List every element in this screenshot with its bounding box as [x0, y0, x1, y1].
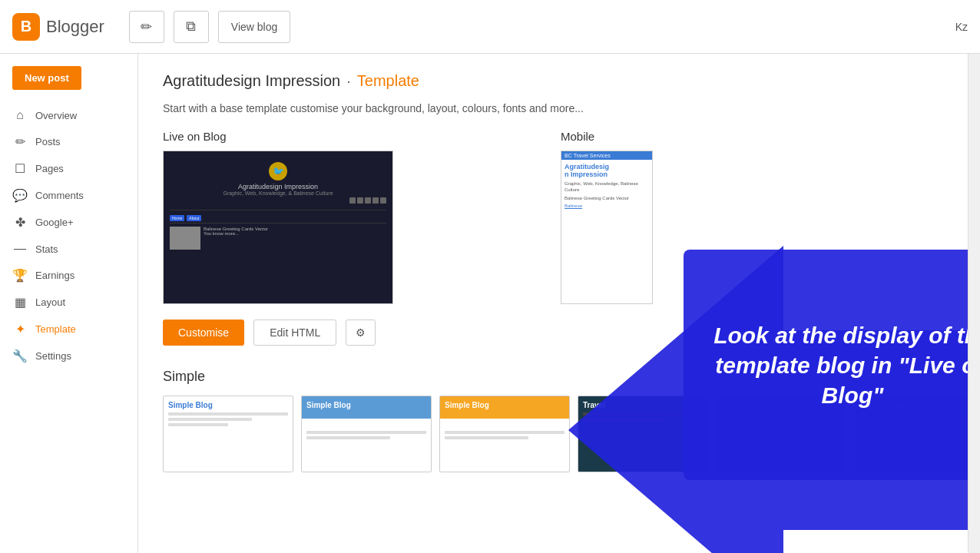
description-text: Start with a base template customise you…	[163, 102, 943, 114]
scrollbar-right	[968, 54, 980, 553]
new-post-button[interactable]: New post	[12, 66, 81, 90]
social-icon-4	[372, 197, 379, 204]
sidebar-item-posts[interactable]: ✏ Posts	[0, 128, 137, 155]
template-thumb-4[interactable]: Travel	[578, 396, 708, 472]
blog-preview-subtitle: Graphic, Web, Knowledge, & Balinese Cult…	[170, 190, 386, 196]
sidebar-label-overview: Overview	[35, 110, 77, 121]
mobile-blog-subtitle: Graphic, Web, Knowledge, Balinese Cultur…	[564, 181, 649, 194]
mobile-title: Mobile	[561, 130, 943, 143]
customise-button[interactable]: Customise	[163, 320, 244, 346]
sidebar-label-google-plus: Google+	[35, 217, 74, 228]
sidebar-label-posts: Posts	[35, 136, 61, 147]
template-thumbs-row: Simple Blog Simple Blog Simple Blog	[163, 396, 943, 472]
social-icon-1	[349, 197, 356, 204]
thumb-inner-1: Simple Blog	[164, 396, 293, 472]
sidebar-label-layout: Layout	[35, 296, 65, 308]
post-text: Balinese Greeting Cards VectorYou know m…	[204, 227, 268, 250]
breadcrumb: Agratitudesign Impression · Template	[163, 72, 943, 90]
sidebar-item-settings[interactable]: 🔧 Settings	[0, 343, 137, 369]
sidebar-item-overview[interactable]: ⌂ Overview	[0, 102, 137, 128]
template-thumb-6[interactable]: Simple Blog	[854, 396, 968, 472]
thumb-inner-4: Travel	[578, 396, 707, 472]
main-layout: New post ⌂ Overview ✏ Posts ☐ Pages 💬 Co…	[0, 54, 980, 553]
blog-preview-social	[170, 197, 386, 204]
settings-icon: 🔧	[12, 349, 28, 363]
stats-icon: —	[12, 242, 28, 256]
google-plus-icon: ✤	[12, 215, 28, 230]
template-icon: ✦	[12, 322, 28, 336]
sidebar-item-comments[interactable]: 💬 Comments	[0, 182, 137, 209]
social-icon-3	[365, 197, 371, 204]
thumb-inner-3: Simple Blog	[440, 396, 569, 472]
pencil-button[interactable]: ✏	[129, 11, 164, 43]
breadcrumb-separator: ·	[346, 72, 351, 90]
template-thumb-2[interactable]: Simple Blog	[301, 396, 432, 472]
nav-item-2: About	[187, 215, 201, 221]
blogger-logo-text: Blogger	[46, 17, 104, 37]
pages-icon: ☐	[12, 161, 28, 176]
mobile-post-title: Balinese Greeting Cards Vector	[564, 196, 649, 202]
home-icon: ⌂	[12, 108, 28, 122]
post-thumbnail	[170, 227, 200, 250]
social-icon-2	[357, 197, 363, 204]
mobile-content: Agratitudesign Impression Graphic, Web, …	[561, 160, 652, 211]
comments-icon: 💬	[12, 188, 28, 203]
sidebar-item-earnings[interactable]: 🏆 Earnings	[0, 262, 137, 289]
sidebar-item-google-plus[interactable]: ✤ Google+	[0, 209, 137, 236]
breadcrumb-blog-name: Agratitudesign Impression	[163, 72, 340, 90]
pencil-icon: ✏	[141, 18, 152, 35]
sidebar-label-template: Template	[35, 323, 76, 335]
live-on-blog-col: Live on Blog 🐦 Agratitudesign Impression…	[163, 130, 545, 304]
sidebar-item-pages[interactable]: ☐ Pages	[0, 155, 137, 182]
blog-preview-nav: Home About	[170, 214, 386, 224]
sidebar: New post ⌂ Overview ✏ Posts ☐ Pages 💬 Co…	[0, 54, 138, 553]
template-thumb-1[interactable]: Simple Blog	[163, 396, 293, 472]
sidebar-label-comments: Comments	[35, 190, 84, 201]
action-buttons: Customise Edit HTML ⚙	[163, 320, 943, 346]
content-area: Agratitudesign Impression · Template Sta…	[138, 54, 968, 553]
blog-preview-header: 🐦 Agratitudesign Impression Graphic, Web…	[170, 157, 386, 210]
thumb-inner-6: Simple Blog	[855, 396, 968, 472]
mobile-preview-image: BC Travel Services Agratitudesign Impres…	[561, 151, 653, 304]
post-preview-1: Balinese Greeting Cards VectorYou know m…	[170, 227, 386, 250]
thumb-inner-5: Simple Blog	[717, 396, 846, 472]
user-avatar[interactable]: Kz	[955, 21, 968, 33]
template-thumb-5[interactable]: Simple Blog	[716, 396, 846, 472]
sidebar-item-template[interactable]: ✦ Template	[0, 316, 137, 343]
copy-button[interactable]: ⧉	[174, 11, 209, 43]
pencil-nav-icon: ✏	[12, 134, 28, 149]
sidebar-label-settings: Settings	[35, 350, 71, 362]
social-icon-5	[380, 197, 386, 204]
mobile-blog-title: Agratitudesign Impression	[564, 163, 649, 178]
sidebar-label-pages: Pages	[35, 163, 64, 174]
simple-section-title: Simple	[163, 369, 943, 385]
blog-preview-image: 🐦 Agratitudesign Impression Graphic, Web…	[163, 151, 393, 304]
gear-icon: ⚙	[356, 326, 366, 339]
blogger-logo-icon: B	[12, 13, 40, 41]
sidebar-label-earnings: Earnings	[35, 270, 74, 281]
mobile-header-text: BC	[564, 153, 572, 158]
mobile-header: BC Travel Services	[561, 151, 652, 160]
mobile-tag: Balinese	[564, 204, 649, 208]
mobile-header-items: Travel Services	[574, 153, 611, 158]
template-thumb-3[interactable]: Simple Blog	[439, 396, 570, 472]
nav-item-1: Home	[170, 215, 184, 221]
view-blog-button[interactable]: View blog	[218, 11, 290, 43]
thumb-inner-2: Simple Blog	[302, 396, 431, 472]
blog-preview-blog-title: Agratitudesign Impression	[170, 183, 386, 190]
live-on-blog-title: Live on Blog	[163, 130, 545, 143]
header: B Blogger ✏ ⧉ View blog Kz	[0, 0, 980, 54]
preview-section: Live on Blog 🐦 Agratitudesign Impression…	[163, 130, 943, 304]
sidebar-label-stats: Stats	[35, 243, 58, 255]
breadcrumb-current-page: Template	[357, 72, 419, 90]
copy-icon: ⧉	[186, 18, 196, 35]
blogger-logo: B Blogger	[12, 13, 104, 41]
sidebar-item-stats[interactable]: — Stats	[0, 236, 137, 262]
sidebar-item-layout[interactable]: ▦ Layout	[0, 289, 137, 316]
blog-logo-circle: 🐦	[269, 162, 287, 180]
gear-button[interactable]: ⚙	[346, 320, 376, 346]
mobile-col: Mobile BC Travel Services Agratitudesign…	[561, 130, 943, 304]
edit-html-button[interactable]: Edit HTML	[253, 320, 336, 346]
blog-preview-inner: 🐦 Agratitudesign Impression Graphic, Web…	[164, 151, 392, 259]
earnings-icon: 🏆	[12, 268, 28, 283]
